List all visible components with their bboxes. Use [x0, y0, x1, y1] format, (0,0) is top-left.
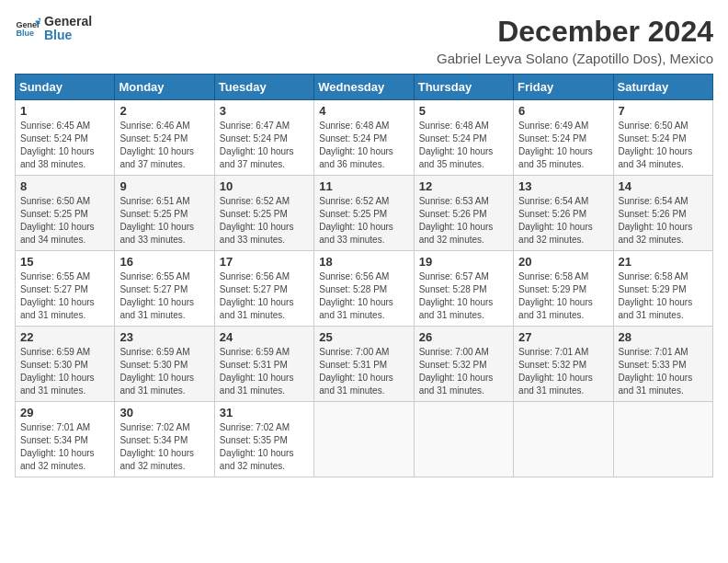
day-number: 3	[220, 104, 309, 118]
calendar-week-5: 29Sunrise: 7:01 AMSunset: 5:34 PMDayligh…	[16, 402, 713, 477]
day-number: 21	[619, 255, 708, 269]
day-number: 23	[119, 330, 209, 344]
day-info: Sunrise: 6:50 AMSunset: 5:25 PMDaylight:…	[20, 195, 109, 247]
logo-text-blue: Blue	[44, 29, 92, 42]
calendar-cell: 2Sunrise: 6:46 AMSunset: 5:24 PMDaylight…	[115, 100, 214, 176]
day-info: Sunrise: 6:59 AMSunset: 5:30 PMDaylight:…	[119, 346, 209, 397]
calendar-cell: 29Sunrise: 7:01 AMSunset: 5:34 PMDayligh…	[16, 402, 115, 477]
day-number: 19	[419, 255, 508, 269]
day-info: Sunrise: 6:56 AMSunset: 5:27 PMDaylight:…	[220, 270, 309, 322]
calendar-cell: 30Sunrise: 7:02 AMSunset: 5:34 PMDayligh…	[115, 402, 214, 477]
calendar-subtitle: Gabriel Leyva Solano (Zapotillo Dos), Me…	[437, 51, 713, 66]
day-header-sunday: Sunday	[16, 75, 115, 100]
day-info: Sunrise: 6:52 AMSunset: 5:25 PMDaylight:…	[220, 195, 309, 247]
calendar-cell: 23Sunrise: 6:59 AMSunset: 5:30 PMDayligh…	[115, 327, 214, 402]
day-header-monday: Monday	[115, 75, 214, 100]
calendar-cell: 12Sunrise: 6:53 AMSunset: 5:26 PMDayligh…	[414, 176, 513, 251]
day-number: 1	[20, 104, 109, 118]
day-number: 6	[518, 104, 608, 118]
day-number: 11	[319, 179, 408, 193]
calendar-cell: 28Sunrise: 7:01 AMSunset: 5:33 PMDayligh…	[613, 327, 712, 402]
day-number: 17	[220, 255, 309, 269]
calendar-title: December 2024	[437, 15, 713, 49]
day-info: Sunrise: 6:55 AMSunset: 5:27 PMDaylight:…	[119, 270, 209, 322]
calendar-cell: 13Sunrise: 6:54 AMSunset: 5:26 PMDayligh…	[514, 176, 613, 251]
day-info: Sunrise: 6:59 AMSunset: 5:30 PMDaylight:…	[20, 346, 109, 397]
calendar-cell: 27Sunrise: 7:01 AMSunset: 5:32 PMDayligh…	[514, 327, 613, 402]
day-number: 27	[518, 330, 608, 344]
day-info: Sunrise: 7:01 AMSunset: 5:34 PMDaylight:…	[20, 421, 109, 473]
calendar-cell: 18Sunrise: 6:56 AMSunset: 5:28 PMDayligh…	[314, 251, 414, 327]
day-number: 28	[619, 330, 708, 344]
day-number: 13	[518, 179, 608, 193]
calendar-week-4: 22Sunrise: 6:59 AMSunset: 5:30 PMDayligh…	[16, 327, 713, 402]
day-info: Sunrise: 6:47 AMSunset: 5:24 PMDaylight:…	[220, 120, 309, 171]
calendar-cell: 11Sunrise: 6:52 AMSunset: 5:25 PMDayligh…	[314, 176, 414, 251]
calendar-cell	[514, 402, 613, 477]
day-header-wednesday: Wednesday	[314, 75, 414, 100]
day-number: 2	[119, 104, 209, 118]
header: General Blue General Blue December 2024 …	[15, 15, 713, 66]
logo: General Blue General Blue	[15, 15, 92, 43]
day-info: Sunrise: 7:01 AMSunset: 5:33 PMDaylight:…	[619, 346, 708, 397]
day-info: Sunrise: 6:53 AMSunset: 5:26 PMDaylight:…	[419, 195, 508, 247]
day-info: Sunrise: 6:51 AMSunset: 5:25 PMDaylight:…	[119, 195, 209, 247]
calendar-header-row: SundayMondayTuesdayWednesdayThursdayFrid…	[16, 75, 713, 100]
calendar-cell: 1Sunrise: 6:45 AMSunset: 5:24 PMDaylight…	[16, 100, 115, 176]
day-info: Sunrise: 7:00 AMSunset: 5:32 PMDaylight:…	[419, 346, 508, 397]
day-number: 24	[220, 330, 309, 344]
day-info: Sunrise: 6:46 AMSunset: 5:24 PMDaylight:…	[119, 120, 209, 171]
day-info: Sunrise: 6:57 AMSunset: 5:28 PMDaylight:…	[419, 270, 508, 322]
calendar-cell: 24Sunrise: 6:59 AMSunset: 5:31 PMDayligh…	[214, 327, 313, 402]
day-info: Sunrise: 6:59 AMSunset: 5:31 PMDaylight:…	[220, 346, 309, 397]
day-number: 18	[319, 255, 408, 269]
day-number: 12	[419, 179, 508, 193]
day-number: 4	[319, 104, 408, 118]
calendar-cell: 16Sunrise: 6:55 AMSunset: 5:27 PMDayligh…	[115, 251, 214, 327]
calendar-cell: 9Sunrise: 6:51 AMSunset: 5:25 PMDaylight…	[115, 176, 214, 251]
day-info: Sunrise: 6:49 AMSunset: 5:24 PMDaylight:…	[518, 120, 608, 171]
calendar-week-2: 8Sunrise: 6:50 AMSunset: 5:25 PMDaylight…	[16, 176, 713, 251]
day-info: Sunrise: 6:48 AMSunset: 5:24 PMDaylight:…	[419, 120, 508, 171]
day-info: Sunrise: 6:58 AMSunset: 5:29 PMDaylight:…	[619, 270, 708, 322]
day-number: 9	[119, 179, 209, 193]
calendar-cell: 8Sunrise: 6:50 AMSunset: 5:25 PMDaylight…	[16, 176, 115, 251]
day-number: 15	[20, 255, 109, 269]
calendar-cell: 3Sunrise: 6:47 AMSunset: 5:24 PMDaylight…	[214, 100, 313, 176]
day-number: 30	[119, 406, 209, 419]
day-header-friday: Friday	[514, 75, 613, 100]
day-number: 31	[220, 406, 309, 419]
calendar-cell: 22Sunrise: 6:59 AMSunset: 5:30 PMDayligh…	[16, 327, 115, 402]
day-header-thursday: Thursday	[414, 75, 513, 100]
calendar-week-3: 15Sunrise: 6:55 AMSunset: 5:27 PMDayligh…	[16, 251, 713, 327]
day-header-tuesday: Tuesday	[214, 75, 313, 100]
day-header-saturday: Saturday	[613, 75, 712, 100]
calendar-cell: 31Sunrise: 7:02 AMSunset: 5:35 PMDayligh…	[214, 402, 313, 477]
day-number: 10	[220, 179, 309, 193]
calendar-cell: 19Sunrise: 6:57 AMSunset: 5:28 PMDayligh…	[414, 251, 513, 327]
calendar-cell: 25Sunrise: 7:00 AMSunset: 5:31 PMDayligh…	[314, 327, 414, 402]
calendar-week-1: 1Sunrise: 6:45 AMSunset: 5:24 PMDaylight…	[16, 100, 713, 176]
day-number: 22	[20, 330, 109, 344]
day-info: Sunrise: 7:02 AMSunset: 5:34 PMDaylight:…	[119, 421, 209, 473]
title-section: December 2024 Gabriel Leyva Solano (Zapo…	[437, 15, 713, 66]
calendar-cell: 5Sunrise: 6:48 AMSunset: 5:24 PMDaylight…	[414, 100, 513, 176]
logo-text-general: General	[44, 15, 92, 29]
day-info: Sunrise: 7:00 AMSunset: 5:31 PMDaylight:…	[319, 346, 408, 397]
day-info: Sunrise: 7:01 AMSunset: 5:32 PMDaylight:…	[518, 346, 608, 397]
svg-text:Blue: Blue	[16, 29, 34, 39]
calendar-cell: 20Sunrise: 6:58 AMSunset: 5:29 PMDayligh…	[514, 251, 613, 327]
day-info: Sunrise: 7:02 AMSunset: 5:35 PMDaylight:…	[220, 421, 309, 473]
calendar-cell: 17Sunrise: 6:56 AMSunset: 5:27 PMDayligh…	[214, 251, 313, 327]
day-info: Sunrise: 6:50 AMSunset: 5:24 PMDaylight:…	[619, 120, 708, 171]
calendar-cell: 26Sunrise: 7:00 AMSunset: 5:32 PMDayligh…	[414, 327, 513, 402]
calendar-cell	[613, 402, 712, 477]
day-info: Sunrise: 6:58 AMSunset: 5:29 PMDaylight:…	[518, 270, 608, 322]
day-number: 7	[619, 104, 708, 118]
day-number: 8	[20, 179, 109, 193]
calendar-cell: 21Sunrise: 6:58 AMSunset: 5:29 PMDayligh…	[613, 251, 712, 327]
calendar-table: SundayMondayTuesdayWednesdayThursdayFrid…	[15, 74, 713, 477]
calendar-cell	[314, 402, 414, 477]
calendar-cell: 15Sunrise: 6:55 AMSunset: 5:27 PMDayligh…	[16, 251, 115, 327]
day-info: Sunrise: 6:54 AMSunset: 5:26 PMDaylight:…	[619, 195, 708, 247]
